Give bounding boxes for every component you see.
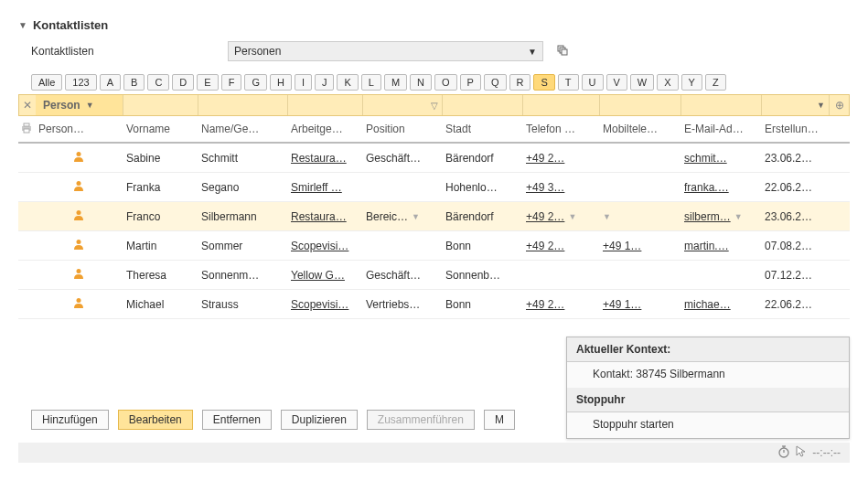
alpha-all[interactable]: Alle <box>31 74 62 91</box>
alpha-Y[interactable]: Y <box>681 74 702 91</box>
cell-arbeitgeber[interactable]: Restaura… <box>287 210 362 223</box>
table-row[interactable]: MartinSommerScopevisi…Bonn+49 2…+49 1…ma… <box>18 231 850 261</box>
table-row[interactable]: MichaelStraussScopevisi…Vertriebs…Bonn+4… <box>18 290 850 319</box>
duplicate-button[interactable]: Duplizieren <box>281 410 358 430</box>
configure-columns-icon[interactable] <box>556 44 571 59</box>
m-button[interactable]: M <box>484 410 515 430</box>
edit-button[interactable]: Bearbeiten <box>118 410 193 430</box>
alpha-F[interactable]: F <box>221 74 242 91</box>
cell-email[interactable]: silberm… ▼ <box>680 210 761 223</box>
person-icon <box>72 179 85 195</box>
cell-mobil[interactable]: +49 1… <box>599 240 680 252</box>
filter-position[interactable]: ▽ <box>363 95 443 115</box>
filter-telefon[interactable] <box>523 95 600 115</box>
chevron-down-icon: ▼ <box>528 47 537 57</box>
status-time: --:--:-- <box>812 446 841 459</box>
alpha-A[interactable]: A <box>100 74 121 91</box>
th-erstellung[interactable]: Erstellun… <box>761 123 832 135</box>
chevron-down-icon: ▼ <box>817 101 825 110</box>
cell-arbeitgeber[interactable]: Scopevisi… <box>287 298 362 311</box>
alpha-Z[interactable]: Z <box>705 74 726 91</box>
cell-arbeitgeber[interactable]: Scopevisi… <box>287 240 362 252</box>
alpha-X[interactable]: X <box>657 74 678 91</box>
table-row[interactable]: SabineSchmittRestaura…Geschäft…Bärendorf… <box>18 144 850 173</box>
cell-arbeitgeber[interactable]: Yellow G… <box>287 269 362 282</box>
alpha-P[interactable]: P <box>460 74 481 91</box>
cell-telefon[interactable]: +49 2… ▼ <box>522 210 599 223</box>
cell-position: Geschäft… <box>362 152 442 165</box>
alpha-O[interactable]: O <box>434 74 457 91</box>
cell-telefon[interactable]: +49 2… <box>522 298 599 311</box>
alpha-Q[interactable]: Q <box>484 74 507 91</box>
stopwatch-icon[interactable] <box>777 445 790 461</box>
cell-telefon[interactable]: +49 3… <box>522 181 599 194</box>
th-email[interactable]: E-Mail-Ad… <box>680 123 761 135</box>
cell-email[interactable]: michae… <box>680 298 761 311</box>
cell-erstellung: 07.08.2… <box>761 240 832 252</box>
th-type[interactable]: Person… <box>35 123 123 135</box>
filter-arbeitgeber[interactable] <box>288 95 363 115</box>
cell-mobil[interactable]: ▼ <box>599 212 680 221</box>
alpha-H[interactable]: H <box>270 74 292 91</box>
cell-erstellung: 23.06.2… <box>761 152 832 165</box>
filter-stadt[interactable] <box>443 95 523 115</box>
cell-telefon[interactable]: +49 2… <box>522 152 599 165</box>
filter-email[interactable] <box>681 95 762 115</box>
alpha-K[interactable]: K <box>337 74 358 91</box>
collapse-icon[interactable]: ▼ <box>18 20 27 30</box>
alpha-S[interactable]: S <box>533 74 554 91</box>
alpha-L[interactable]: L <box>361 74 381 91</box>
clear-filter-icon[interactable]: ✕ <box>19 99 36 112</box>
th-position[interactable]: Position <box>362 123 442 135</box>
alpha-G[interactable]: G <box>244 74 267 91</box>
alpha-W[interactable]: W <box>630 74 654 91</box>
filter-erstellung[interactable]: ▼ <box>762 95 829 115</box>
svg-rect-4 <box>24 123 29 126</box>
cell-email[interactable]: schmit… <box>680 152 761 165</box>
cell-arbeitgeber[interactable]: Smirleff … <box>287 181 362 194</box>
list-type-dropdown[interactable]: Personen ▼ <box>228 41 543 61</box>
table-row[interactable]: FrancoSilbermannRestaura…Bereic… ▼Bärend… <box>18 202 850 231</box>
stopwatch-start[interactable]: Stoppuhr starten <box>567 412 849 438</box>
svg-point-8 <box>77 210 81 215</box>
th-name[interactable]: Name/Ge… <box>198 123 287 135</box>
filter-type-dropdown[interactable]: Person ▼ <box>36 95 123 115</box>
add-button[interactable]: Hinzufügen <box>31 410 109 430</box>
cell-telefon[interactable]: +49 2… <box>522 240 599 252</box>
table-row[interactable]: TheresaSonnenm…Yellow G…Geschäft…Sonnenb… <box>18 261 850 290</box>
alpha-I[interactable]: I <box>295 74 312 91</box>
table-row[interactable]: FrankaSeganoSmirleff …Hohenlo…+49 3…fran… <box>18 173 850 202</box>
th-stadt[interactable]: Stadt <box>442 123 522 135</box>
alpha-R[interactable]: R <box>509 74 531 91</box>
filter-name[interactable] <box>198 95 288 115</box>
cell-vorname: Martin <box>123 240 198 252</box>
alpha-T[interactable]: T <box>558 74 579 91</box>
alpha-U[interactable]: U <box>582 74 604 91</box>
filter-vorname[interactable] <box>123 95 198 115</box>
cell-arbeitgeber[interactable]: Restaura… <box>287 152 362 165</box>
alpha-B[interactable]: B <box>123 74 145 91</box>
alpha-V[interactable]: V <box>606 74 627 91</box>
alpha-J[interactable]: J <box>315 74 335 91</box>
th-mobil[interactable]: Mobiltele… <box>599 123 680 135</box>
remove-button[interactable]: Entfernen <box>202 410 272 430</box>
cell-stadt: Hohenlo… <box>442 181 522 194</box>
add-column-icon[interactable]: ⊕ <box>829 95 849 115</box>
context-header: Aktueller Kontext: <box>567 337 849 362</box>
alpha-C[interactable]: C <box>147 74 169 91</box>
filter-mobil[interactable] <box>600 95 681 115</box>
alpha-D[interactable]: D <box>172 74 194 91</box>
cell-mobil[interactable]: +49 1… <box>599 298 680 311</box>
alpha-M[interactable]: M <box>384 74 407 91</box>
dropdown-value: Personen <box>234 45 281 58</box>
cell-email[interactable]: franka.… <box>680 181 761 194</box>
alpha-E[interactable]: E <box>197 74 218 91</box>
print-icon[interactable] <box>18 123 35 136</box>
cell-email[interactable]: martin.… <box>680 240 761 252</box>
th-telefon[interactable]: Telefon … <box>522 123 599 135</box>
th-arbeitgeber[interactable]: Arbeitge… <box>287 123 362 135</box>
person-icon <box>72 238 85 253</box>
th-vorname[interactable]: Vorname <box>123 123 198 135</box>
alpha-123[interactable]: 123 <box>65 74 96 91</box>
alpha-N[interactable]: N <box>410 74 432 91</box>
